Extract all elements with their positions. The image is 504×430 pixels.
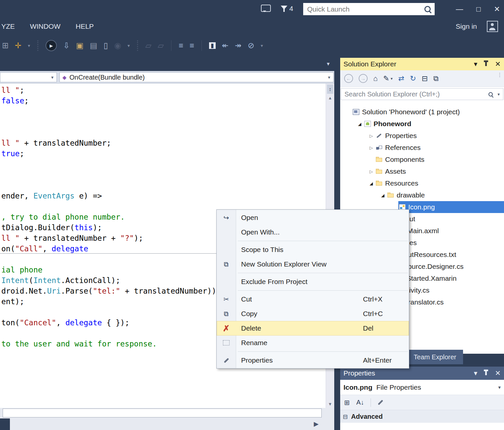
attach-key-icon[interactable]: ✛ xyxy=(15,42,21,50)
deploy-device-icon[interactable]: ⇩ xyxy=(63,42,70,50)
properties-pages-icon[interactable]: ⧉ xyxy=(433,74,439,83)
solution-explorer-header[interactable]: Solution Explorer xyxy=(340,58,504,70)
split-editor-handle[interactable]: ↕ xyxy=(327,85,333,94)
overflow-chevron-icon[interactable]: ▾ xyxy=(28,43,30,48)
context-menu-items: OpenOpen With...Scope to ThisNew Solutio… xyxy=(217,210,409,368)
horizontal-scrollbar-track[interactable] xyxy=(3,409,322,417)
next-bookmark-icon[interactable]: ↠ xyxy=(235,42,241,50)
console-icon[interactable]: ▤ xyxy=(90,42,97,50)
tree-item[interactable]: ▷Assets xyxy=(340,165,504,177)
start-debug-button[interactable]: ▶ xyxy=(46,40,57,51)
scope-to-icon[interactable]: ✎▾ xyxy=(383,74,392,83)
tree-item[interactable]: ◢drawable xyxy=(340,189,504,201)
sync-active-document-icon[interactable]: ⇄ xyxy=(398,74,404,83)
overflow-chevron-icon[interactable]: ▾ xyxy=(127,43,130,48)
maximize-button[interactable]: □ xyxy=(476,5,481,14)
scroll-down-arrow[interactable]: ▼ xyxy=(326,402,334,407)
window-position-icon[interactable] xyxy=(474,369,478,377)
solution-explorer-search-input[interactable]: Search Solution Explorer (Ctrl+;) ▾ xyxy=(341,88,503,100)
menu-item-window[interactable]: WINDOW xyxy=(30,22,60,30)
context-menu-item-scope-to-this[interactable]: Scope to This xyxy=(217,242,409,257)
expander-collapsed-icon[interactable]: ▷ xyxy=(367,133,375,138)
code-token: droid.Net. xyxy=(1,287,47,295)
refresh-icon[interactable]: ↻ xyxy=(410,74,416,83)
context-menu-item-new-solution-explorer-view[interactable]: New Solution Explorer View xyxy=(217,257,409,271)
properties-toolbar: ⊞A↓ xyxy=(340,395,504,410)
minimize-button[interactable]: — xyxy=(456,5,463,14)
expander-expanded-icon[interactable]: ◢ xyxy=(367,181,375,186)
overflow-chevron-icon[interactable]: ▾ xyxy=(261,43,263,48)
close-icon[interactable] xyxy=(495,60,501,68)
code-token: ial phone xyxy=(1,266,43,274)
disabled-tool-icon[interactable]: ▱ xyxy=(158,42,163,50)
collapse-category-icon[interactable] xyxy=(343,413,348,420)
expander-expanded-icon[interactable]: ◢ xyxy=(356,122,364,126)
code-token: Intent xyxy=(33,276,61,285)
expander-expanded-icon[interactable]: ◢ xyxy=(379,193,387,198)
collapse-all-icon[interactable]: ⊟ xyxy=(422,74,428,83)
parameter-info-icon[interactable]: ≡ xyxy=(190,42,194,50)
close-icon[interactable] xyxy=(495,369,501,377)
archive-manager-icon[interactable]: ▣ xyxy=(76,42,84,50)
forward-icon[interactable]: → xyxy=(359,74,368,83)
user-account-icon[interactable] xyxy=(487,21,498,32)
expander-collapsed-icon[interactable]: ▷ xyxy=(367,145,375,150)
chevron-down-icon: ▾ xyxy=(325,75,333,80)
tree-item[interactable]: Solution 'Phoneword' (1 project) xyxy=(340,106,504,118)
tree-item[interactable]: ◢Phoneword xyxy=(340,118,504,130)
tree-item[interactable]: ▷References xyxy=(340,142,504,154)
code-token: "Cancel" xyxy=(19,318,56,327)
emulator-icon[interactable]: ◉ xyxy=(114,42,121,50)
scroll-right-arrow[interactable]: ▶ xyxy=(314,420,319,428)
chevron-down-icon: ▾ xyxy=(498,384,501,390)
context-menu-item-copy[interactable]: CopyCtrl+C xyxy=(217,306,409,321)
disabled-tool-icon[interactable]: ▱ xyxy=(145,42,151,50)
alphabetical-sort-icon[interactable]: A↓ xyxy=(356,399,364,406)
context-menu-item-open[interactable]: Open xyxy=(217,210,409,225)
properties-wrench-icon[interactable] xyxy=(378,400,383,405)
bookmark-icon[interactable]: ▮ xyxy=(209,42,216,49)
expander-collapsed-icon[interactable]: ▷ xyxy=(367,169,375,174)
context-menu-item-delete[interactable]: DeleteDel xyxy=(217,321,409,336)
tree-item[interactable]: Components xyxy=(340,154,504,165)
device-icon[interactable]: ▯ xyxy=(104,42,108,50)
toolbar-separator xyxy=(201,40,202,51)
notifications-filter[interactable]: 4 xyxy=(281,5,293,13)
back-icon[interactable]: ← xyxy=(344,74,353,83)
dock-window-icon[interactable]: ⊞ xyxy=(2,42,9,50)
sign-in-link[interactable]: Sign in xyxy=(456,22,477,30)
clear-bookmarks-icon[interactable]: ⊘ xyxy=(248,42,254,50)
feedback-icon[interactable] xyxy=(261,5,271,12)
properties-header[interactable]: Properties xyxy=(340,367,504,380)
tree-item-main: Phoneword xyxy=(364,118,504,130)
references-icon xyxy=(376,145,382,151)
quick-launch-input[interactable]: Quick Launch xyxy=(303,3,435,15)
pin-icon[interactable] xyxy=(485,62,487,66)
menu-item-yze[interactable]: YZE xyxy=(1,22,15,30)
members-dropdown[interactable]: ◆ OnCreate(Bundle bundle) ▾ xyxy=(59,72,334,82)
categorized-icon[interactable]: ⊞ xyxy=(344,399,350,407)
close-button[interactable]: ✕ xyxy=(494,5,500,14)
tree-item[interactable]: ◢Resources xyxy=(340,177,504,189)
context-menu-item-rename[interactable]: Rename xyxy=(217,336,409,350)
home-icon[interactable]: ⌂ xyxy=(373,74,378,83)
types-dropdown[interactable]: ▾ xyxy=(0,72,57,82)
menu-item-help[interactable]: HELP xyxy=(76,22,94,30)
properties-object-selector[interactable]: Icon.png File Properties ▾ xyxy=(340,380,504,395)
code-token: delegate xyxy=(52,244,88,253)
context-menu-item-cut[interactable]: CutCtrl+X xyxy=(217,292,409,306)
tab-team-explorer[interactable]: Team Explorer xyxy=(407,350,463,364)
context-menu-item-open-with[interactable]: Open With... xyxy=(217,225,409,239)
properties-category-row[interactable]: Advanced xyxy=(340,410,504,423)
document-well-dropdown-icon[interactable] xyxy=(327,60,330,67)
list-members-icon[interactable]: ≡ xyxy=(179,42,183,50)
prev-bookmark-icon[interactable]: ↞ xyxy=(222,42,229,50)
context-menu-item-properties[interactable]: PropertiesAlt+Enter xyxy=(217,353,409,368)
code-line: on("Call", delegate xyxy=(1,243,88,254)
toolbar-overflow-icon[interactable]: ⋮ xyxy=(497,72,502,78)
context-menu-item-exclude-from-project[interactable]: Exclude From Project xyxy=(217,274,409,289)
window-position-icon[interactable] xyxy=(474,60,478,68)
tree-item[interactable]: ▷Properties xyxy=(340,130,504,142)
pin-icon[interactable] xyxy=(485,371,487,375)
scroll-up-arrow[interactable]: ▲ xyxy=(326,95,334,100)
